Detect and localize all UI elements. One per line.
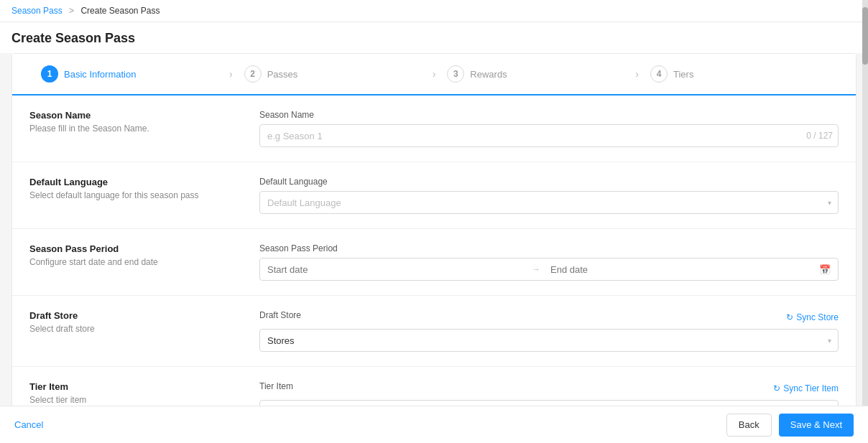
- default-language-input-label: Default Language: [259, 177, 839, 187]
- footer-left: Cancel: [14, 419, 43, 430]
- step-3[interactable]: 3 Rewards: [447, 65, 624, 83]
- step-arrow-3: ›: [635, 68, 639, 80]
- tier-item-label-col: Tier Item Select tier item: [29, 381, 259, 405]
- season-pass-period-row: Season Pass Period Configure start date …: [12, 229, 856, 296]
- season-name-input-wrapper: 0 / 127: [259, 124, 839, 147]
- season-name-row: Season Name Please fill in the Season Na…: [12, 95, 856, 162]
- season-name-input-label: Season Name: [259, 110, 839, 120]
- step-3-circle: 3: [447, 65, 464, 83]
- breadcrumb: Season Pass > Create Season Pass: [0, 0, 868, 22]
- season-pass-period-label-col: Season Pass Period Configure start date …: [29, 243, 259, 267]
- tier-item-input-label: Tier Item: [259, 381, 293, 391]
- season-name-input[interactable]: [259, 124, 839, 147]
- season-name-label-col: Season Name Please fill in the Season Na…: [29, 110, 259, 134]
- season-pass-period-section-desc: Configure start date and end date: [29, 257, 231, 267]
- breadcrumb-parent[interactable]: Season Pass: [11, 6, 63, 16]
- calendar-icon: 📅: [812, 264, 838, 275]
- season-name-input-col: Season Name 0 / 127: [259, 110, 839, 147]
- draft-store-row: Draft Store Select draft store Draft Sto…: [12, 296, 856, 367]
- default-language-input-col: Default Language Default Language ▾: [259, 177, 839, 214]
- sync-tier-item-icon: ↻: [773, 383, 780, 393]
- footer-right: Back Save & Next: [726, 414, 854, 437]
- step-3-label: Rewards: [470, 69, 507, 80]
- step-4-circle: 4: [650, 65, 668, 83]
- sync-tier-item-label: Sync Tier Item: [783, 383, 839, 393]
- season-name-section-desc: Please fill in the Season Name.: [29, 123, 231, 134]
- draft-store-select-wrapper: Stores ▾: [259, 329, 839, 352]
- tier-item-section-desc: Select tier item: [29, 395, 231, 405]
- step-4-label: Tiers: [673, 69, 693, 80]
- date-range-picker[interactable]: → 📅: [259, 258, 839, 281]
- page-title: Create Season Pass: [0, 22, 868, 53]
- step-4[interactable]: 4 Tiers: [650, 65, 827, 83]
- tier-item-section-title: Tier Item: [29, 381, 231, 392]
- step-1-circle: 1: [41, 65, 58, 83]
- sync-store-label: Sync Store: [796, 312, 839, 322]
- sync-store-icon: ↻: [786, 312, 793, 322]
- default-language-label-col: Default Language Select default language…: [29, 177, 259, 200]
- date-separator: →: [529, 264, 543, 274]
- step-arrow-1: ›: [229, 68, 233, 80]
- draft-store-input-col: Draft Store ↻ Sync Store Stores ▾: [259, 310, 839, 352]
- main-content: 1 Basic Information › 2 Passes › 3 Rewar…: [11, 53, 857, 443]
- draft-store-select[interactable]: Stores: [259, 329, 839, 352]
- season-pass-period-input-label: Season Pass Period: [259, 243, 839, 253]
- sync-store-button[interactable]: ↻ Sync Store: [786, 312, 839, 322]
- footer: Cancel Back Save & Next: [0, 406, 868, 443]
- form: Season Name Please fill in the Season Na…: [12, 95, 856, 443]
- step-arrow-2: ›: [433, 68, 436, 80]
- default-language-section-title: Default Language: [29, 177, 231, 187]
- back-button[interactable]: Back: [726, 414, 772, 437]
- draft-store-input-label: Draft Store: [259, 310, 301, 320]
- step-1-label: Basic Information: [64, 69, 136, 80]
- save-next-button[interactable]: Save & Next: [779, 414, 854, 437]
- steps-bar: 1 Basic Information › 2 Passes › 3 Rewar…: [12, 54, 856, 95]
- breadcrumb-separator: >: [69, 6, 74, 16]
- draft-store-section-title: Draft Store: [29, 310, 231, 321]
- season-name-count: 0 / 127: [806, 131, 833, 141]
- sync-tier-item-button[interactable]: ↻ Sync Tier Item: [773, 383, 839, 393]
- end-date-input[interactable]: [543, 264, 812, 275]
- season-pass-period-input-col: Season Pass Period → 📅: [259, 243, 839, 281]
- season-name-section-title: Season Name: [29, 110, 231, 121]
- default-language-row: Default Language Select default language…: [12, 162, 856, 229]
- draft-store-section-desc: Select draft store: [29, 324, 231, 334]
- step-1[interactable]: 1 Basic Information: [41, 65, 218, 83]
- default-language-section-desc: Select default language for this season …: [29, 190, 231, 200]
- cancel-button[interactable]: Cancel: [14, 419, 43, 430]
- step-2-circle: 2: [244, 65, 262, 83]
- start-date-input[interactable]: [260, 264, 529, 275]
- season-pass-period-section-title: Season Pass Period: [29, 243, 231, 254]
- default-language-select[interactable]: Default Language: [259, 191, 839, 214]
- step-2[interactable]: 2 Passes: [244, 65, 421, 83]
- step-2-label: Passes: [267, 69, 298, 80]
- default-language-select-wrapper: Default Language ▾: [259, 191, 839, 214]
- draft-store-label-col: Draft Store Select draft store: [29, 310, 259, 334]
- breadcrumb-current: Create Season Pass: [80, 6, 160, 16]
